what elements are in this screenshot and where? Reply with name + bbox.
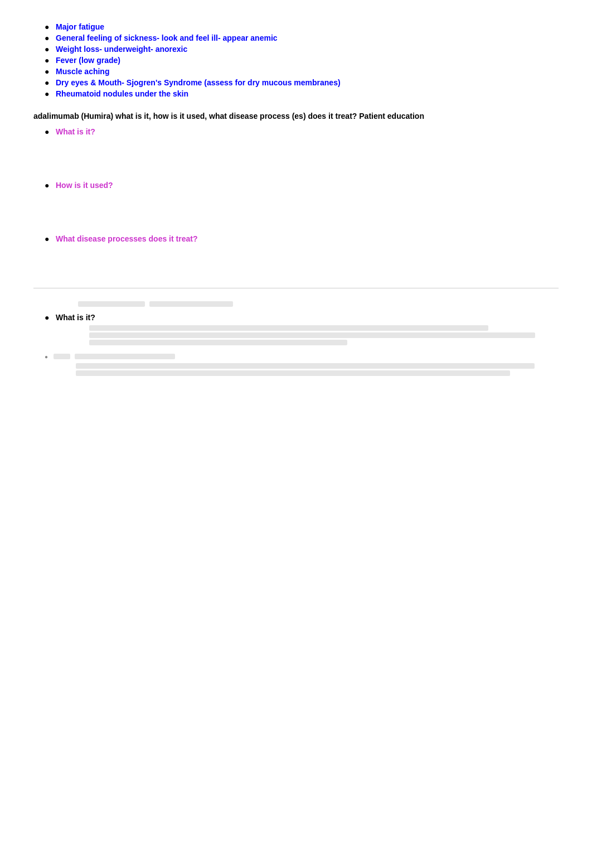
bottom-what-is-it-label: What is it? bbox=[56, 313, 95, 322]
question-what-is-it: What is it? bbox=[45, 127, 559, 136]
question-what-disease-processes: What disease processes does it treat? bbox=[45, 234, 559, 243]
question-how-is-it-used: How is it used? bbox=[45, 181, 559, 190]
list-item-major-fatigue: Major fatigue bbox=[45, 22, 559, 31]
blurred-content-1 bbox=[89, 325, 488, 331]
bottom-what-is-it: What is it? bbox=[45, 313, 559, 345]
blurred-header-line-2 bbox=[149, 301, 233, 307]
question-bullet-list: What is it? How is it used? What disease… bbox=[33, 127, 559, 243]
blurred-sub-content-1 bbox=[76, 363, 535, 369]
bottom-bullet-list: What is it? bbox=[33, 313, 559, 345]
blurred-header-line-1 bbox=[78, 301, 145, 307]
list-item-weight-loss: Weight loss- underweight- anorexic bbox=[45, 45, 559, 54]
blurred-sub-content-2 bbox=[76, 370, 510, 376]
blurred-sub-2 bbox=[75, 354, 175, 359]
blurred-content-3 bbox=[89, 340, 347, 345]
section-heading: adalimumab (Humira) what is it, how is i… bbox=[33, 112, 559, 120]
main-bullet-list: Major fatigue General feeling of sicknes… bbox=[33, 22, 559, 98]
list-item-general-feeling: General feeling of sickness- look and fe… bbox=[45, 33, 559, 42]
list-item-rheumatoid-nodules: Rheumatoid nodules under the skin bbox=[45, 89, 559, 98]
bottom-section: What is it? ● bbox=[33, 288, 559, 378]
blurred-sub-1 bbox=[54, 354, 70, 359]
list-item-fever: Fever (low grade) bbox=[45, 56, 559, 65]
blurred-content-2 bbox=[89, 332, 535, 338]
blurred-bullet-icon: ● bbox=[45, 354, 48, 360]
list-item-dry-eyes: Dry eyes & Mouth- Sjogren's Syndrome (as… bbox=[45, 78, 559, 87]
list-item-muscle-aching: Muscle aching bbox=[45, 67, 559, 76]
